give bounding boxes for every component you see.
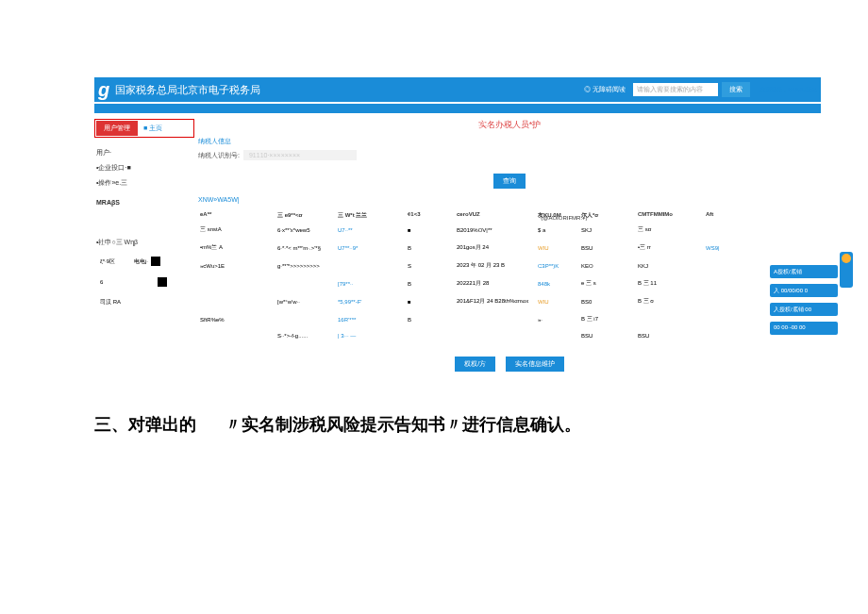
td: »cWu>1E — [198, 262, 275, 270]
th: ceroVUZ — [455, 210, 536, 221]
td: KEO — [579, 262, 636, 270]
td: B 三 σ — [636, 296, 704, 307]
app-header: g 国家税务总局北京市电子税务局 ◎ 无障碍阅读 请输入需要搜索的内容 搜索 欢… — [94, 77, 821, 102]
td: g·**'*>>>>>>>>> — [275, 262, 336, 270]
data-table: eA** 三 e9**<σ 三 W*t 兰兰 ¢1<3 ceroVUZ 友KU.… — [198, 208, 821, 343]
ribbon-button[interactable]: 入 00/00/00 0 — [770, 284, 838, 297]
td — [455, 335, 536, 337]
sidebar-item[interactable]: 用户· — [94, 145, 194, 160]
table-row: »cWu>1E g·**'*>>>>>>>>> S 2023 年 02 月 23… — [198, 257, 821, 274]
table-row: S··*>-f-g...... | 3··· — BSU BSU — [198, 328, 821, 343]
feedback-badge[interactable] — [840, 252, 853, 288]
td: SKJ — [579, 226, 636, 234]
page-title: 实名办税人员*护 — [198, 119, 821, 131]
td: •三 rr — [636, 242, 704, 253]
th: 尔人*σ — [579, 210, 636, 221]
s2-mid: 电电j· — [134, 257, 148, 266]
table-row: •m%兰 A 6·*·*< m**'m·.>'*§ U7**··9* B 201… — [198, 239, 821, 257]
search-button[interactable]: 搜索 — [722, 82, 750, 97]
footer-btn-1[interactable]: 权权/方 — [455, 357, 495, 372]
app-title: 国家税务总局北京市电子税务局 — [115, 83, 260, 97]
td — [536, 335, 579, 337]
th: 三 e9**<σ — [275, 210, 336, 221]
tab-main[interactable]: ■ 主页 — [138, 121, 168, 136]
td[interactable]: U7··** — [336, 226, 406, 234]
logo-section: g 国家税务总局北京市电子税务局 — [98, 79, 260, 101]
th: CMTFMMIMo — [636, 210, 704, 221]
td — [275, 283, 336, 285]
td-op[interactable]: WS9| — [704, 244, 742, 252]
td: WIU — [536, 298, 579, 306]
th: eA** — [198, 210, 275, 221]
action-ribbon: A授权/底销 入 00/00/00 0 入授权/底销 00 00 00·-00 … — [770, 265, 838, 335]
welcome-text: 欢迎登录，MHMU退出 — [760, 86, 817, 94]
td: BSU — [636, 332, 704, 340]
table-row: [w*°w'w·· *5,99**-F' ■ 201&F12月 24 B28th… — [198, 292, 821, 310]
side-column-2: ξ*·9区电电j· 6 司汉 RA — [100, 255, 177, 308]
td — [198, 335, 275, 337]
td: B 三 i7 — [579, 314, 636, 324]
sidebar-item[interactable]: MRAβS — [94, 196, 194, 208]
instr-prefix: 三、对弹出的 — [94, 415, 196, 434]
badge-dot-icon — [842, 254, 851, 263]
td[interactable]: | 3··· — — [336, 332, 406, 340]
sidebar-item[interactable]: •企业投口·■ — [94, 160, 194, 175]
td: B 三 11 — [636, 278, 704, 289]
td: BS0 — [579, 298, 636, 306]
taxpayer-label: 纳税人识别号: — [198, 151, 240, 160]
td: BSU — [579, 332, 636, 340]
tab-user-mgmt[interactable]: 用户管理 — [96, 121, 138, 136]
td: $ a — [536, 226, 579, 234]
ribbon-button[interactable]: 00 00·-00 00 — [770, 322, 838, 335]
sidebar: 用户管理 ■ 主页 用户· •企业投口·■ •操作»e.三 MRAβS •社申○… — [94, 119, 198, 372]
td: ■ — [406, 298, 455, 306]
td: B — [406, 316, 455, 324]
instruction-text: 三、对弹出的〃实名制涉税风险提示告知书〃进行信息确认。 — [94, 413, 581, 436]
sidebar-item[interactable]: •操作»e.三 — [94, 175, 194, 191]
sidebar-item[interactable]: •社申○三 Wηβ — [94, 235, 194, 250]
footer-btn-2[interactable]: 实名信息维护 — [506, 357, 564, 372]
td: 6·*·*< m**'m·.>'*§ — [275, 244, 336, 252]
td: e 三 s — [579, 278, 636, 289]
th-sub: (@AOIORIFMR.+) — [536, 215, 593, 221]
td: 201gos月 24 — [455, 242, 536, 253]
ribbon-button[interactable]: 入授权/底销 00 — [770, 303, 838, 316]
td: 848k — [536, 280, 579, 288]
black-box-icon — [158, 277, 167, 287]
td[interactable]: [79**·· — [336, 280, 406, 288]
td: B — [406, 280, 455, 288]
td[interactable]: U7**··9* — [336, 244, 406, 252]
td: B — [406, 244, 455, 252]
td: •m%兰 A — [198, 242, 275, 253]
td: C3P**)K — [536, 262, 579, 270]
table-row: [79**·· B 202221月 28 848k e 三 s B 三 11 — [198, 274, 821, 292]
add-link[interactable]: XNW»WA5W| — [198, 196, 821, 203]
td: KKJ — [636, 262, 704, 270]
td: »· — [536, 316, 579, 324]
table-row: 三 snstA 6·x**'x*wew5 U7··** ■ B2019%OV|*… — [198, 221, 821, 239]
td: 三 snstA — [198, 224, 275, 235]
td — [336, 265, 406, 267]
tab-group: 用户管理 ■ 主页 — [94, 119, 194, 138]
table-header: eA** 三 e9**<σ 三 W*t 兰兰 ¢1<3 ceroVUZ 友KU.… — [198, 208, 821, 223]
search-input[interactable]: 请输入需要搜索的内容 — [633, 83, 718, 96]
black-box-icon — [151, 257, 160, 266]
td: 202221月 28 — [455, 278, 536, 289]
query-button[interactable]: 查询 — [493, 174, 526, 189]
td — [406, 335, 455, 337]
td: B2019%OV|** — [455, 226, 536, 234]
td — [198, 283, 275, 285]
taxpayer-input[interactable]: 91110·×××××××× — [243, 150, 357, 160]
ribbon-button[interactable]: A授权/底销 — [770, 265, 838, 278]
th: Aft — [704, 210, 742, 221]
td[interactable]: 16R’*** — [336, 316, 406, 324]
s2-item: 司汉 RA — [100, 298, 121, 307]
td: SftR%e% — [198, 316, 275, 324]
td: BSU — [579, 244, 636, 252]
td: S — [406, 262, 455, 270]
accessibility-badge[interactable]: ◎ 无障碍阅读 — [580, 83, 629, 96]
td: 201&F12月 24 B28th%αmox — [455, 296, 536, 307]
td[interactable]: *5,99**-F' — [336, 298, 406, 306]
s2-item: ξ*·9区 — [100, 257, 115, 266]
th: 三 W*t 兰兰 — [336, 210, 406, 221]
